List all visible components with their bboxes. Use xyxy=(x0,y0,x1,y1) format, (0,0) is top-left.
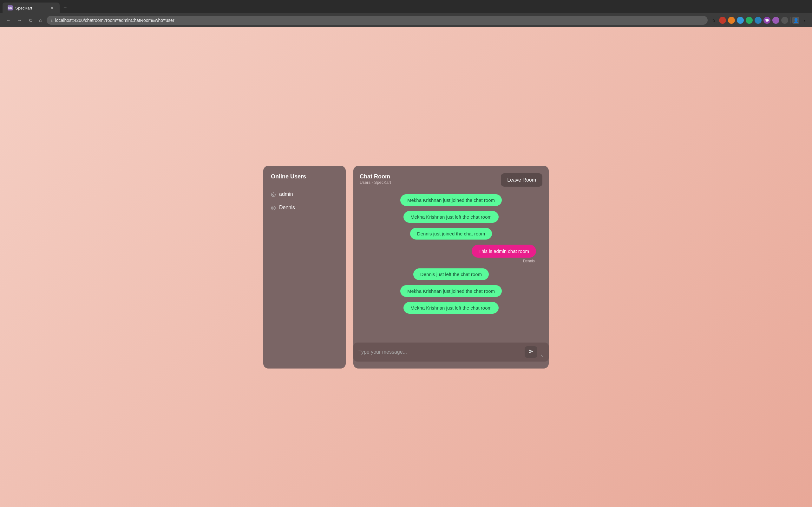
system-message: Mekha Krishnan just joined the chat room xyxy=(360,194,542,206)
user-status-icon: ◎ xyxy=(271,191,276,198)
system-message: Mekha Krishnan just joined the chat room xyxy=(360,285,542,297)
new-tab-button[interactable]: + xyxy=(61,3,69,13)
user-message: This is admin chat room Dennis xyxy=(360,245,542,263)
user-status-icon-dennis: ◎ xyxy=(271,204,276,211)
app-container: Online Users ◎ admin ◎ Dennis Chat Room … xyxy=(263,166,549,369)
profile-icon[interactable]: 👤 xyxy=(792,17,799,24)
nav-actions: ☆ NP 👤 ⋮ xyxy=(710,17,808,24)
forward-button[interactable]: → xyxy=(15,16,24,24)
tab-close-button[interactable]: ✕ xyxy=(49,5,55,11)
user-name-dennis: Dennis xyxy=(279,205,295,210)
system-bubble: Dennis just left the chat room xyxy=(413,268,489,280)
ext-icon-7[interactable] xyxy=(772,17,779,24)
user-bubble: This is admin chat room xyxy=(472,245,536,258)
chat-room-name: Chat Room xyxy=(360,173,391,180)
messages-area[interactable]: Mekha Krishnan just joined the chat room… xyxy=(360,192,542,337)
users-panel-title: Online Users xyxy=(268,173,341,180)
home-button[interactable]: ⌂ xyxy=(37,16,44,24)
reload-button[interactable]: ↻ xyxy=(27,16,35,25)
ext-icon-np[interactable]: NP xyxy=(763,17,770,24)
send-icon xyxy=(528,349,534,354)
system-message: Mekha Krishnan just left the chat room xyxy=(360,211,542,223)
message-input[interactable] xyxy=(358,349,521,355)
message-sender: Dennis xyxy=(523,259,536,263)
system-bubble: Dennis just joined the chat room xyxy=(410,228,492,239)
divider xyxy=(790,17,791,23)
address-bar[interactable]: ℹ localhost:4200/chatroom?room=adminChat… xyxy=(47,16,708,25)
user-name-admin: admin xyxy=(279,191,293,197)
back-button[interactable]: ← xyxy=(4,16,13,24)
system-message: Mekha Krishnan just left the chat room xyxy=(360,302,542,314)
system-message: Dennis just left the chat room xyxy=(360,268,542,280)
main-content: Online Users ◎ admin ◎ Dennis Chat Room … xyxy=(0,27,812,507)
nav-bar: ← → ↻ ⌂ ℹ localhost:4200/chatroom?room=a… xyxy=(0,13,812,27)
chat-header: Chat Room Users - SpecKart Leave Room xyxy=(360,173,542,187)
system-message: Dennis just joined the chat room xyxy=(360,228,542,239)
message-input-area: ⤡ xyxy=(353,343,549,361)
send-button[interactable] xyxy=(525,346,537,358)
info-icon: ℹ xyxy=(51,18,53,23)
ext-icon-8[interactable] xyxy=(781,17,788,24)
tab-bar: SK SpecKart ✕ + xyxy=(0,0,812,13)
users-panel: Online Users ◎ admin ◎ Dennis xyxy=(263,166,346,369)
chat-panel: Chat Room Users - SpecKart Leave Room Me… xyxy=(353,166,549,369)
address-text: localhost:4200/chatroom?room=adminChatRo… xyxy=(55,18,174,23)
system-bubble: Mekha Krishnan just joined the chat room xyxy=(400,285,502,297)
ext-icon-2[interactable] xyxy=(728,17,735,24)
leave-room-button[interactable]: Leave Room xyxy=(501,173,542,187)
bookmark-icon[interactable]: ☆ xyxy=(710,17,717,24)
tab-favicon: SK xyxy=(8,5,13,10)
ext-icon-3[interactable] xyxy=(737,17,744,24)
ext-icon-5[interactable] xyxy=(755,17,762,24)
chat-room-subtitle: Users - SpecKart xyxy=(360,180,391,185)
tab-title: SpecKart xyxy=(15,6,47,10)
resize-handle: ⤡ xyxy=(541,354,544,358)
ext-icon-1[interactable] xyxy=(719,17,726,24)
browser-chrome: SK SpecKart ✕ + ← → ↻ ⌂ ℹ localhost:4200… xyxy=(0,0,812,27)
browser-tab[interactable]: SK SpecKart ✕ xyxy=(3,3,60,13)
system-bubble: Mekha Krishnan just joined the chat room xyxy=(400,194,502,206)
ext-icon-4[interactable] xyxy=(746,17,753,24)
chat-room-info: Chat Room Users - SpecKart xyxy=(360,173,391,185)
menu-icon[interactable]: ⋮ xyxy=(801,17,808,24)
system-bubble: Mekha Krishnan just left the chat room xyxy=(403,211,499,223)
system-bubble: Mekha Krishnan just left the chat room xyxy=(403,302,499,314)
user-item-dennis: ◎ Dennis xyxy=(268,201,341,214)
user-item-admin: ◎ admin xyxy=(268,187,341,201)
